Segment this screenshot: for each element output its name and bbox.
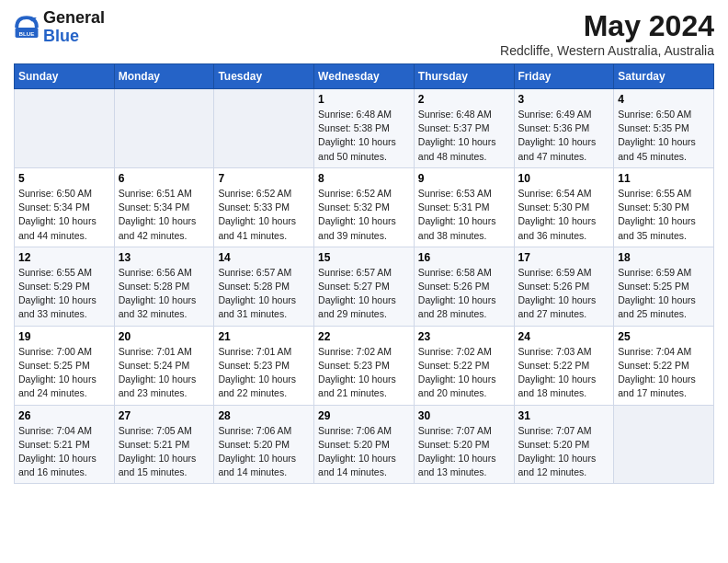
week-row-2: 5Sunrise: 6:50 AM Sunset: 5:34 PM Daylig…: [15, 167, 714, 247]
day-info: Sunrise: 6:50 AM Sunset: 5:35 PM Dayligh…: [618, 108, 710, 164]
calendar-cell: 27Sunrise: 7:05 AM Sunset: 5:21 PM Dayli…: [114, 405, 214, 484]
calendar-cell: 8Sunrise: 6:52 AM Sunset: 5:32 PM Daylig…: [314, 167, 415, 247]
day-info: Sunrise: 6:52 AM Sunset: 5:33 PM Dayligh…: [218, 187, 310, 243]
header-day-sunday: Sunday: [15, 64, 115, 89]
day-info: Sunrise: 6:49 AM Sunset: 5:36 PM Dayligh…: [518, 108, 610, 164]
week-row-5: 26Sunrise: 7:04 AM Sunset: 5:21 PM Dayli…: [15, 405, 714, 484]
day-number: 1: [318, 93, 410, 106]
day-info: Sunrise: 6:50 AM Sunset: 5:34 PM Dayligh…: [18, 187, 110, 243]
day-number: 30: [418, 409, 510, 422]
calendar-cell: 10Sunrise: 6:54 AM Sunset: 5:30 PM Dayli…: [514, 167, 614, 247]
title-block: May 2024 Redcliffe, Western Australia, A…: [500, 9, 714, 58]
day-number: 9: [418, 172, 510, 185]
main-title: May 2024: [500, 9, 714, 43]
day-number: 12: [18, 251, 110, 264]
calendar-cell: 30Sunrise: 7:07 AM Sunset: 5:20 PM Dayli…: [414, 405, 514, 484]
day-info: Sunrise: 6:52 AM Sunset: 5:32 PM Dayligh…: [318, 187, 410, 243]
calendar-cell: [214, 89, 314, 168]
svg-text:BLUE: BLUE: [19, 29, 35, 36]
day-number: 11: [618, 172, 710, 185]
week-row-3: 12Sunrise: 6:55 AM Sunset: 5:29 PM Dayli…: [15, 247, 714, 326]
day-number: 17: [518, 251, 610, 264]
day-info: Sunrise: 7:07 AM Sunset: 5:20 PM Dayligh…: [418, 424, 510, 480]
calendar-cell: 22Sunrise: 7:02 AM Sunset: 5:23 PM Dayli…: [314, 326, 415, 405]
day-info: Sunrise: 6:58 AM Sunset: 5:26 PM Dayligh…: [418, 266, 510, 322]
calendar-cell: 16Sunrise: 6:58 AM Sunset: 5:26 PM Dayli…: [414, 247, 514, 326]
subtitle: Redcliffe, Western Australia, Australia: [500, 43, 714, 58]
day-number: 5: [18, 172, 110, 185]
day-info: Sunrise: 6:59 AM Sunset: 5:26 PM Dayligh…: [518, 266, 610, 322]
calendar-table: SundayMondayTuesdayWednesdayThursdayFrid…: [14, 63, 714, 484]
day-number: 16: [418, 251, 510, 264]
calendar-cell: 18Sunrise: 6:59 AM Sunset: 5:25 PM Dayli…: [614, 247, 714, 326]
calendar-cell: 13Sunrise: 6:56 AM Sunset: 5:28 PM Dayli…: [114, 247, 214, 326]
day-info: Sunrise: 7:04 AM Sunset: 5:21 PM Dayligh…: [18, 424, 110, 480]
day-number: 31: [518, 409, 610, 422]
calendar-cell: 5Sunrise: 6:50 AM Sunset: 5:34 PM Daylig…: [15, 167, 115, 247]
day-number: 29: [318, 409, 410, 422]
day-number: 20: [119, 330, 210, 343]
day-info: Sunrise: 6:57 AM Sunset: 5:27 PM Dayligh…: [318, 266, 410, 322]
day-info: Sunrise: 6:48 AM Sunset: 5:37 PM Dayligh…: [418, 108, 510, 164]
calendar-cell: 14Sunrise: 6:57 AM Sunset: 5:28 PM Dayli…: [214, 247, 314, 326]
day-number: 2: [418, 93, 510, 106]
day-info: Sunrise: 7:03 AM Sunset: 5:22 PM Dayligh…: [518, 345, 610, 401]
day-number: 14: [218, 251, 310, 264]
calendar-cell: 3Sunrise: 6:49 AM Sunset: 5:36 PM Daylig…: [514, 89, 614, 168]
day-number: 6: [119, 172, 210, 185]
calendar-cell: 2Sunrise: 6:48 AM Sunset: 5:37 PM Daylig…: [414, 89, 514, 168]
day-info: Sunrise: 6:54 AM Sunset: 5:30 PM Dayligh…: [518, 187, 610, 243]
header-day-saturday: Saturday: [614, 64, 714, 89]
calendar-cell: 20Sunrise: 7:01 AM Sunset: 5:24 PM Dayli…: [114, 326, 214, 405]
logo-general: General: [43, 9, 105, 28]
calendar-cell: 29Sunrise: 7:06 AM Sunset: 5:20 PM Dayli…: [314, 405, 415, 484]
day-number: 27: [119, 409, 210, 422]
day-number: 19: [18, 330, 110, 343]
day-number: 26: [18, 409, 110, 422]
calendar-cell: 6Sunrise: 6:51 AM Sunset: 5:34 PM Daylig…: [114, 167, 214, 247]
calendar-cell: 21Sunrise: 7:01 AM Sunset: 5:23 PM Dayli…: [214, 326, 314, 405]
week-row-1: 1Sunrise: 6:48 AM Sunset: 5:38 PM Daylig…: [15, 89, 714, 168]
day-info: Sunrise: 7:07 AM Sunset: 5:20 PM Dayligh…: [518, 424, 610, 480]
day-number: 4: [618, 93, 710, 106]
day-number: 18: [618, 251, 710, 264]
calendar-cell: 7Sunrise: 6:52 AM Sunset: 5:33 PM Daylig…: [214, 167, 314, 247]
day-info: Sunrise: 7:02 AM Sunset: 5:23 PM Dayligh…: [318, 345, 410, 401]
day-number: 3: [518, 93, 610, 106]
page-header: BLUE General Blue May 2024 Redcliffe, We…: [14, 9, 714, 58]
header-day-friday: Friday: [514, 64, 614, 89]
day-info: Sunrise: 6:59 AM Sunset: 5:25 PM Dayligh…: [618, 266, 710, 322]
day-number: 13: [119, 251, 210, 264]
calendar-cell: 4Sunrise: 6:50 AM Sunset: 5:35 PM Daylig…: [614, 89, 714, 168]
calendar-body: 1Sunrise: 6:48 AM Sunset: 5:38 PM Daylig…: [15, 89, 714, 484]
day-info: Sunrise: 7:06 AM Sunset: 5:20 PM Dayligh…: [318, 424, 410, 480]
logo-blue: Blue: [43, 28, 105, 46]
day-number: 10: [518, 172, 610, 185]
calendar-cell: 28Sunrise: 7:06 AM Sunset: 5:20 PM Dayli…: [214, 405, 314, 484]
calendar-cell: 23Sunrise: 7:02 AM Sunset: 5:22 PM Dayli…: [414, 326, 514, 405]
day-number: 8: [318, 172, 410, 185]
day-info: Sunrise: 6:48 AM Sunset: 5:38 PM Dayligh…: [318, 108, 410, 164]
calendar-cell: 12Sunrise: 6:55 AM Sunset: 5:29 PM Dayli…: [15, 247, 115, 326]
header-day-monday: Monday: [114, 64, 214, 89]
day-info: Sunrise: 7:01 AM Sunset: 5:23 PM Dayligh…: [218, 345, 310, 401]
calendar-cell: [114, 89, 214, 168]
calendar-cell: 9Sunrise: 6:53 AM Sunset: 5:31 PM Daylig…: [414, 167, 514, 247]
header-day-thursday: Thursday: [414, 64, 514, 89]
day-info: Sunrise: 7:01 AM Sunset: 5:24 PM Dayligh…: [119, 345, 210, 401]
day-number: 28: [218, 409, 310, 422]
calendar-cell: 17Sunrise: 6:59 AM Sunset: 5:26 PM Dayli…: [514, 247, 614, 326]
day-number: 21: [218, 330, 310, 343]
calendar-cell: 26Sunrise: 7:04 AM Sunset: 5:21 PM Dayli…: [15, 405, 115, 484]
day-number: 24: [518, 330, 610, 343]
day-number: 25: [618, 330, 710, 343]
day-number: 15: [318, 251, 410, 264]
day-number: 22: [318, 330, 410, 343]
week-row-4: 19Sunrise: 7:00 AM Sunset: 5:25 PM Dayli…: [15, 326, 714, 405]
calendar-cell: 25Sunrise: 7:04 AM Sunset: 5:22 PM Dayli…: [614, 326, 714, 405]
day-info: Sunrise: 7:06 AM Sunset: 5:20 PM Dayligh…: [218, 424, 310, 480]
day-info: Sunrise: 6:55 AM Sunset: 5:29 PM Dayligh…: [18, 266, 110, 322]
calendar-cell: 15Sunrise: 6:57 AM Sunset: 5:27 PM Dayli…: [314, 247, 415, 326]
day-info: Sunrise: 6:56 AM Sunset: 5:28 PM Dayligh…: [119, 266, 210, 322]
header-day-tuesday: Tuesday: [214, 64, 314, 89]
